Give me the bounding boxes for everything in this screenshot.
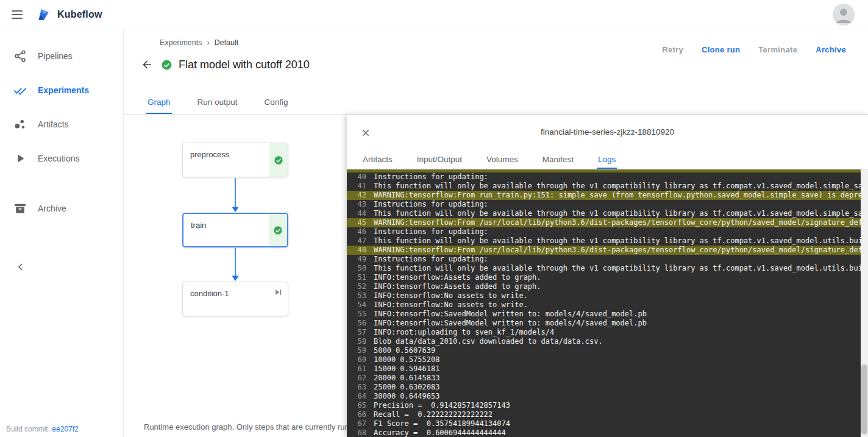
log-line-number: 52 <box>350 282 366 291</box>
main-tabs: Graph Run output Config <box>146 93 290 114</box>
panel-tab-manifest[interactable]: Manifest <box>541 150 575 169</box>
build-commit-link[interactable]: ee207f2 <box>52 425 78 433</box>
sidebar-item-experiments[interactable]: Experiments <box>0 73 123 107</box>
log-line: 53INFO:tensorflow:No assets to write. <box>347 291 868 300</box>
log-line-number: 64 <box>350 392 366 401</box>
node-status-success-icon <box>269 143 288 177</box>
log-line: 6430000 0.6449653 <box>347 392 868 401</box>
log-line-text: 30000 0.6449653 <box>374 392 439 400</box>
close-panel-button[interactable] <box>359 126 372 140</box>
terminate-button[interactable]: Terminate <box>758 45 797 54</box>
sidebar: Pipelines Experiments Artifacts Executio… <box>0 29 124 437</box>
close-icon <box>361 128 371 138</box>
chevron-left-icon <box>15 261 27 273</box>
graph-canvas[interactable]: preprocess train condi <box>124 115 347 437</box>
node-label: condition-1 <box>190 289 229 298</box>
log-line-text: Precision = 0.9142857142857143 <box>374 401 510 410</box>
tab-config[interactable]: Config <box>263 93 290 114</box>
log-line-number: 51 <box>350 273 366 282</box>
log-line-number: 40 <box>350 172 366 182</box>
log-line-text: INFO:tensorflow:Assets added to graph. <box>374 282 541 291</box>
log-line-number: 41 <box>350 182 366 191</box>
avatar[interactable] <box>833 4 855 26</box>
log-line: 56INFO:tensorflow:SavedModel written to:… <box>347 319 868 328</box>
graph-node-condition-1[interactable]: condition-1 <box>182 282 288 316</box>
clone-run-button[interactable]: Clone run <box>702 45 740 54</box>
sidebar-item-archive[interactable]: Archive <box>0 191 123 226</box>
breadcrumb-experiments[interactable]: Experiments <box>160 38 202 47</box>
log-line-text: INFO:root:uploading to sven_kf_1/models/… <box>374 328 554 336</box>
sidebar-item-artifacts[interactable]: Artifacts <box>0 107 123 141</box>
graph-node-preprocess[interactable]: preprocess <box>182 143 288 177</box>
log-line-text: This function will only be available thr… <box>374 182 868 190</box>
log-line-text: INFO:tensorflow:No assets to write. <box>374 300 528 309</box>
log-line: 57INFO:root:uploading to sven_kf_1/model… <box>347 328 868 337</box>
log-line: 48WARNING:tensorflow:From /usr/local/lib… <box>347 246 868 255</box>
log-line: 595000 0.5607639 <box>347 346 868 355</box>
graph-node-train[interactable]: train <box>182 213 288 247</box>
panel-tab-volumes[interactable]: Volumes <box>485 150 519 169</box>
log-console[interactable]: 40Instructions for updating:41This funct… <box>347 169 868 437</box>
tab-run-output[interactable]: Run output <box>196 93 239 114</box>
panel-tab-input-output[interactable]: Input/Output <box>416 150 463 169</box>
arrow-back-icon <box>141 59 153 71</box>
panel-title: financial-time-series-zjkzz-18810920 <box>347 115 868 150</box>
log-scrollbar[interactable] <box>861 169 868 437</box>
node-label: preprocess <box>190 150 229 159</box>
log-line: 55INFO:tensorflow:SavedModel written to:… <box>347 310 868 319</box>
experiments-icon <box>13 83 27 97</box>
log-line-number: 57 <box>350 328 366 337</box>
node-status-success-icon <box>269 214 287 246</box>
log-line: 68Accuracy = 0.6006944444444444 <box>347 428 868 437</box>
build-commit: Build commit: ee207f2 <box>6 425 79 433</box>
log-line-number: 49 <box>350 255 366 264</box>
log-line-number: 68 <box>350 428 366 437</box>
log-line-text: Recall = 0.222222222222222 <box>374 410 493 419</box>
log-line: 58Blob data/data_2010.csv downloaded to … <box>347 337 868 346</box>
log-line-number: 55 <box>350 310 366 319</box>
log-line: 6115000 0.5946181 <box>347 364 868 374</box>
graph-footer: Runtime execution graph. Only steps that… <box>139 422 347 432</box>
log-line-text: This function will only be available thr… <box>374 209 868 218</box>
log-line-text: WARNING:tensorflow:From run_train.py:151… <box>374 191 868 199</box>
log-line: 47This function will only be available t… <box>347 236 868 246</box>
log-line-number: 54 <box>350 300 366 310</box>
executions-icon <box>13 152 27 165</box>
log-line-text: INFO:tensorflow:SavedModel written to: m… <box>374 310 647 318</box>
log-line-number: 62 <box>350 374 366 383</box>
panel-header: financial-time-series-zjkzz-18810920 <box>347 115 868 150</box>
log-line-number: 66 <box>350 410 366 419</box>
log-line-text: Instructions for updating: <box>374 172 488 181</box>
node-label: train <box>191 221 206 230</box>
log-line-text: F1 Score = 0.35754189944134074 <box>374 419 510 428</box>
kubeflow-logo-icon <box>35 7 51 23</box>
retry-button[interactable]: Retry <box>662 45 683 54</box>
run-actions: Retry Clone run Terminate Archive <box>662 45 846 54</box>
log-line: 42WARNING:tensorflow:From run_train.py:1… <box>347 191 868 200</box>
run-status-success-icon <box>161 59 173 71</box>
sidebar-item-pipelines[interactable]: Pipelines <box>0 39 123 73</box>
panel-tab-artifacts[interactable]: Artifacts <box>361 150 394 169</box>
log-line-text: WARNING:tensorflow:From /usr/local/lib/p… <box>374 246 868 254</box>
log-line: 54INFO:tensorflow:No assets to write. <box>347 300 868 310</box>
log-line-text: 20000 0.6145833 <box>374 374 439 382</box>
menu-button[interactable] <box>5 2 29 27</box>
log-scrollbar-thumb[interactable] <box>861 364 867 435</box>
pipelines-icon <box>13 49 27 63</box>
panel-tab-logs[interactable]: Logs <box>597 150 617 169</box>
back-button[interactable] <box>139 57 155 73</box>
sidebar-item-executions[interactable]: Executions <box>0 141 123 176</box>
sidebar-collapse-button[interactable] <box>9 255 33 279</box>
archive-icon <box>13 202 27 215</box>
log-line: 6325000 0.6302083 <box>347 383 868 392</box>
log-line: 51INFO:tensorflow:Assets added to graph. <box>347 273 868 282</box>
log-line-number: 58 <box>350 337 366 346</box>
artifacts-icon <box>13 118 27 131</box>
log-line: 52INFO:tensorflow:Assets added to graph. <box>347 282 868 291</box>
log-line-number: 48 <box>350 246 366 255</box>
run-header: Experiments › Default Flat model with cu… <box>124 29 868 115</box>
brand-name: Kubeflow <box>57 9 102 20</box>
tab-graph[interactable]: Graph <box>146 93 172 114</box>
archive-button[interactable]: Archive <box>816 45 846 54</box>
breadcrumb-separator-icon: › <box>207 38 209 47</box>
